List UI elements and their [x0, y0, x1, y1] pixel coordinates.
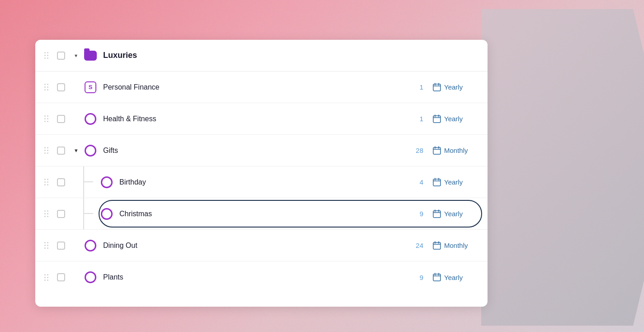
row-name-health-fitness: Health & Fitness: [103, 115, 405, 123]
drag-handle[interactable]: [41, 179, 52, 185]
calendar-icon: [432, 114, 441, 123]
svg-rect-24: [433, 274, 440, 281]
freq-birthday: Yearly: [432, 178, 482, 187]
freq-christmas: Yearly: [432, 209, 482, 218]
count-birthday: 4: [405, 178, 423, 186]
row-name-personal-finance: Personal Finance: [103, 83, 405, 91]
checkbox-header[interactable]: [57, 52, 65, 60]
header-row: ▾ Luxuries: [35, 40, 488, 71]
drag-handle[interactable]: [41, 242, 52, 249]
calendar-icon: [432, 209, 441, 218]
drag-handle[interactable]: [41, 147, 52, 154]
calendar-icon: [432, 178, 441, 187]
list-item: S Personal Finance 1 Yearly: [35, 71, 488, 103]
row-name-christmas: Christmas: [119, 210, 405, 218]
count-dining-out: 24: [405, 242, 423, 249]
freq-personal-finance: Yearly: [432, 83, 482, 92]
svg-rect-4: [433, 116, 440, 123]
drag-handle[interactable]: [41, 274, 52, 281]
list-item: Dining Out 24 Monthly: [35, 230, 488, 261]
list-item: Plants 9 Yearly: [35, 261, 488, 293]
checkbox-christmas[interactable]: [57, 210, 65, 218]
chevron-gifts[interactable]: ▾: [71, 145, 81, 156]
checkbox-birthday[interactable]: [57, 178, 65, 186]
freq-plants: Yearly: [432, 273, 482, 282]
freq-gifts: Monthly: [432, 146, 482, 155]
calendar-icon: [432, 146, 441, 155]
row-name-gifts: Gifts: [103, 147, 405, 155]
list-item: Birthday 4 Yearly: [35, 166, 488, 198]
folder-icon: [83, 48, 98, 63]
svg-rect-12: [433, 179, 440, 186]
list-item: ▾ Gifts 28 Monthly: [35, 135, 488, 166]
calendar-icon: [432, 83, 441, 92]
count-plants: 9: [405, 274, 423, 281]
drag-handle[interactable]: [41, 115, 52, 122]
row-name-birthday: Birthday: [119, 178, 405, 186]
circle-icon-christmas: [99, 207, 114, 221]
circle-icon-birthday: [99, 175, 114, 190]
background-arrow: [481, 9, 644, 326]
list-item-selected[interactable]: Christmas 9 Yearly: [35, 198, 488, 230]
drag-handle[interactable]: [41, 84, 52, 90]
svg-rect-20: [433, 242, 440, 249]
dollar-icon: S: [83, 80, 98, 95]
circle-icon-gifts: [83, 143, 98, 158]
freq-health-fitness: Yearly: [432, 114, 482, 123]
chevron-header[interactable]: ▾: [71, 50, 81, 61]
count-health-fitness: 1: [405, 115, 423, 123]
freq-dining-out: Monthly: [432, 241, 482, 250]
svg-rect-16: [433, 211, 440, 218]
drag-handle[interactable]: [41, 210, 52, 217]
svg-rect-0: [433, 84, 440, 91]
checkbox-plants[interactable]: [57, 273, 65, 281]
circle-icon-dining: [83, 238, 98, 253]
calendar-icon: [432, 241, 441, 250]
circle-icon-health: [83, 112, 98, 126]
row-name-dining-out: Dining Out: [103, 242, 405, 250]
count-gifts: 28: [405, 147, 423, 154]
checkbox-personal-finance[interactable]: [57, 83, 65, 91]
svg-rect-8: [433, 147, 440, 154]
drag-handle-header[interactable]: [41, 52, 52, 59]
checkbox-gifts[interactable]: [57, 147, 65, 155]
checkbox-dining-out[interactable]: [57, 242, 65, 250]
header-title: Luxuries: [103, 51, 137, 60]
row-name-plants: Plants: [103, 273, 405, 281]
list-item: Health & Fitness 1 Yearly: [35, 103, 488, 135]
count-christmas: 9: [405, 210, 423, 218]
main-card: ▾ Luxuries S Personal Finance 1 Yearly: [35, 40, 488, 307]
checkbox-health-fitness[interactable]: [57, 115, 65, 123]
count-personal-finance: 1: [405, 83, 423, 91]
circle-icon-plants: [83, 270, 98, 285]
calendar-icon: [432, 273, 441, 282]
